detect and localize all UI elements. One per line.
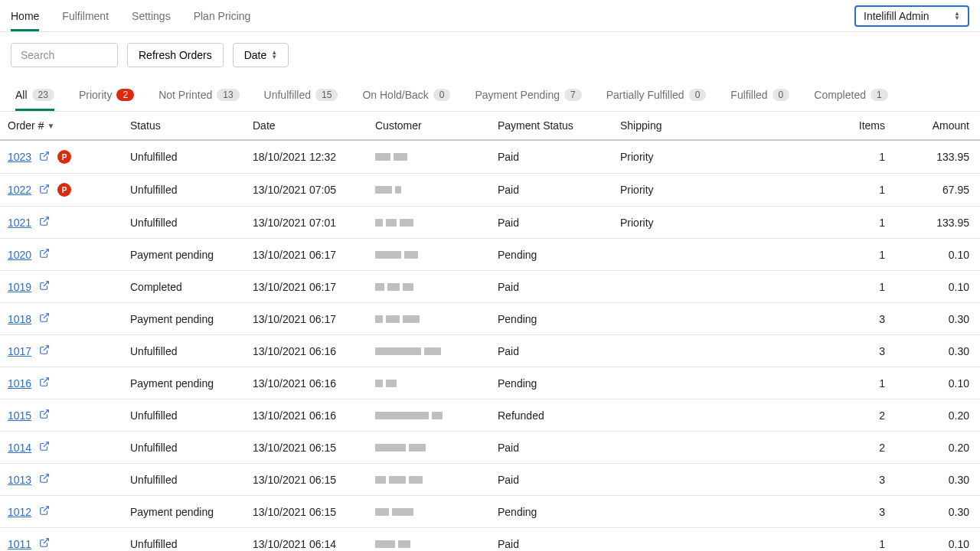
- filter-label: Partially Fulfilled: [606, 89, 684, 101]
- filter-label: Completed: [814, 89, 866, 101]
- items-cell: 1: [816, 281, 885, 293]
- order-link[interactable]: 1015: [8, 409, 31, 422]
- amount-cell: 133.95: [885, 217, 969, 229]
- items-cell: 2: [816, 442, 885, 454]
- external-link-icon[interactable]: [39, 312, 50, 325]
- order-link[interactable]: 1020: [8, 249, 31, 261]
- filter-label: Not Printed: [158, 89, 212, 101]
- table-row: 1013Unfulfilled13/10/2021 06:15Paid30.30: [0, 464, 980, 496]
- filter-count-badge: 2: [116, 89, 134, 101]
- payment-status-cell: Paid: [498, 538, 620, 550]
- payment-status-cell: Refunded: [498, 409, 620, 422]
- external-link-icon[interactable]: [39, 248, 50, 261]
- table-row: 1023PUnfulfilled18/10/2021 12:32PaidPrio…: [0, 141, 980, 174]
- col-shipping[interactable]: Shipping: [620, 119, 816, 132]
- nav-tab-fulfilment[interactable]: Fulfilment: [62, 0, 109, 31]
- order-link[interactable]: 1014: [8, 442, 31, 454]
- svg-line-4: [44, 282, 48, 286]
- date-sort-button[interactable]: Date ▲▼: [233, 43, 289, 67]
- payment-status-cell: Paid: [498, 151, 620, 163]
- filter-tabs: All23Priority2Not Printed13Unfulfilled15…: [0, 83, 980, 112]
- order-link[interactable]: 1016: [8, 377, 31, 390]
- external-link-icon[interactable]: [39, 151, 50, 164]
- external-link-icon[interactable]: [39, 280, 50, 293]
- amount-cell: 0.20: [885, 409, 969, 422]
- nav-tab-home[interactable]: Home: [11, 0, 39, 31]
- filter-partially-fulfilled[interactable]: Partially Fulfilled0: [606, 83, 707, 111]
- order-link[interactable]: 1013: [8, 474, 31, 486]
- admin-selector-label: Intelifill Admin: [864, 10, 929, 22]
- external-link-icon[interactable]: [39, 216, 50, 229]
- order-link[interactable]: 1019: [8, 281, 31, 293]
- search-input[interactable]: [11, 43, 118, 67]
- filter-on-hold-back[interactable]: On Hold/Back0: [362, 83, 450, 111]
- external-link-icon[interactable]: [39, 537, 50, 550]
- col-order[interactable]: Order # ▼: [8, 119, 130, 132]
- external-link-icon[interactable]: [39, 184, 50, 197]
- order-link[interactable]: 1022: [8, 184, 31, 196]
- priority-badge: P: [57, 183, 71, 197]
- table-row: 1019Completed13/10/2021 06:17Paid10.10: [0, 271, 980, 303]
- filter-count-badge: 15: [315, 89, 338, 101]
- filter-completed[interactable]: Completed1: [814, 83, 887, 111]
- filter-fulfilled[interactable]: Fulfilled0: [730, 83, 789, 111]
- admin-selector[interactable]: Intelifill Admin ▲▼: [854, 5, 969, 27]
- svg-line-1: [44, 184, 48, 189]
- order-link[interactable]: 1011: [8, 538, 31, 550]
- col-customer[interactable]: Customer: [375, 119, 498, 132]
- customer-cell: [375, 251, 498, 259]
- filter-all[interactable]: All23: [15, 83, 54, 111]
- customer-cell: [375, 380, 498, 387]
- order-link[interactable]: 1021: [8, 217, 31, 229]
- order-link[interactable]: 1023: [8, 151, 31, 163]
- status-cell: Payment pending: [130, 506, 253, 518]
- status-cell: Unfulfilled: [130, 184, 253, 196]
- amount-cell: 0.30: [885, 506, 969, 518]
- col-date[interactable]: Date: [253, 119, 375, 132]
- status-cell: Payment pending: [130, 313, 253, 325]
- amount-cell: 0.30: [885, 345, 969, 357]
- filter-not-printed[interactable]: Not Printed13: [158, 83, 239, 111]
- status-cell: Unfulfilled: [130, 474, 253, 486]
- order-link[interactable]: 1012: [8, 506, 31, 518]
- filter-count-badge: 23: [32, 89, 54, 101]
- external-link-icon[interactable]: [39, 473, 50, 486]
- col-payment[interactable]: Payment Status: [498, 119, 620, 132]
- col-status[interactable]: Status: [130, 119, 253, 132]
- status-cell: Unfulfilled: [130, 442, 253, 454]
- order-link[interactable]: 1018: [8, 313, 31, 325]
- payment-status-cell: Pending: [498, 313, 620, 325]
- table-row: 1016Payment pending13/10/2021 06:16Pendi…: [0, 367, 980, 399]
- amount-cell: 0.10: [885, 377, 969, 390]
- filter-count-badge: 7: [564, 89, 582, 101]
- date-cell: 13/10/2021 06:16: [253, 345, 375, 357]
- nav-tab-settings[interactable]: Settings: [132, 0, 171, 31]
- amount-cell: 67.95: [885, 184, 969, 196]
- external-link-icon[interactable]: [39, 409, 50, 422]
- external-link-icon[interactable]: [39, 377, 50, 390]
- col-amount[interactable]: Amount: [885, 119, 969, 132]
- order-link[interactable]: 1017: [8, 345, 31, 357]
- payment-status-cell: Paid: [498, 217, 620, 229]
- refresh-orders-button[interactable]: Refresh Orders: [127, 43, 224, 67]
- filter-unfulfilled[interactable]: Unfulfilled15: [264, 83, 338, 111]
- customer-cell: [375, 283, 498, 291]
- svg-line-7: [44, 378, 48, 383]
- amount-cell: 133.95: [885, 151, 969, 163]
- nav-tab-plan-pricing[interactable]: Plan Pricing: [194, 0, 251, 31]
- filter-payment-pending[interactable]: Payment Pending7: [475, 83, 581, 111]
- filter-priority[interactable]: Priority2: [79, 83, 134, 111]
- date-cell: 13/10/2021 06:17: [253, 313, 375, 325]
- table-row: 1011Unfulfilled13/10/2021 06:14Paid10.10: [0, 528, 980, 551]
- amount-cell: 0.30: [885, 313, 969, 325]
- date-cell: 13/10/2021 06:16: [253, 377, 375, 390]
- svg-line-9: [44, 442, 48, 447]
- payment-status-cell: Paid: [498, 442, 620, 454]
- col-items[interactable]: Items: [816, 119, 885, 132]
- filter-label: On Hold/Back: [362, 89, 428, 101]
- payment-status-cell: Paid: [498, 474, 620, 486]
- date-cell: 18/10/2021 12:32: [253, 151, 375, 163]
- external-link-icon[interactable]: [39, 344, 50, 357]
- external-link-icon[interactable]: [39, 505, 50, 518]
- external-link-icon[interactable]: [39, 441, 50, 454]
